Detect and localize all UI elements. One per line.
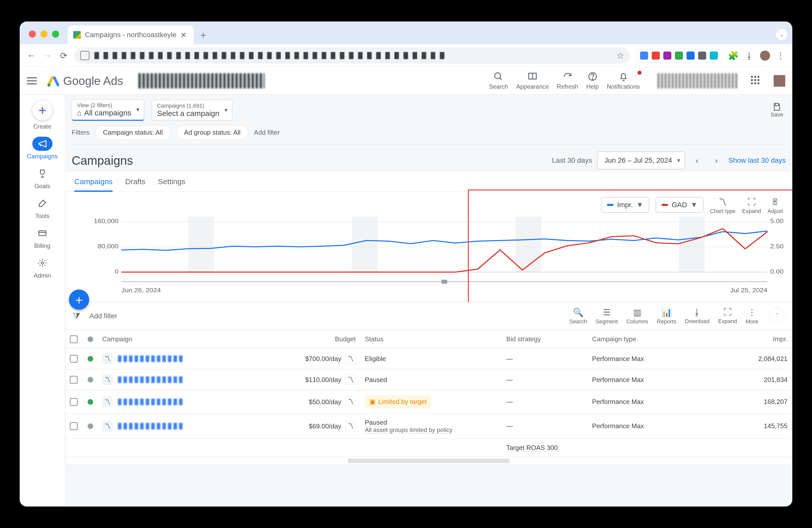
- profile-avatar[interactable]: [760, 51, 770, 61]
- chevron-down-icon: ▼: [691, 201, 698, 209]
- nav-billing[interactable]: Billing: [32, 226, 53, 249]
- forward-button[interactable]: →: [42, 50, 53, 61]
- budget-value[interactable]: $69.00/day: [309, 422, 342, 430]
- row-checkbox[interactable]: [70, 355, 77, 362]
- limited-by-target-badge[interactable]: ▣Limited by target: [365, 395, 431, 408]
- table-reports-button[interactable]: 📊Reports: [657, 307, 676, 325]
- new-campaign-fab[interactable]: ＋: [69, 289, 89, 310]
- search-button[interactable]: Search: [489, 71, 508, 90]
- table-row[interactable]: 〽 $50.00/day 〽 ▣Limited by target — Perf…: [66, 390, 792, 414]
- date-range-picker[interactable]: Jun 26 – Jul 25, 2024 ▼: [597, 152, 685, 169]
- chart-expand-button[interactable]: ⛶Expand: [742, 197, 761, 214]
- account-avatar[interactable]: [774, 75, 785, 87]
- chart-type-button[interactable]: 〽Chart type: [710, 197, 736, 214]
- budget-simulator-icon[interactable]: 〽: [346, 375, 356, 385]
- save-view-button[interactable]: Save: [771, 102, 783, 118]
- extension-icon[interactable]: [710, 52, 718, 60]
- table-more-button[interactable]: ⋮More: [745, 307, 758, 325]
- extension-icon[interactable]: [640, 52, 648, 60]
- campaign-name-redacted[interactable]: [118, 376, 184, 383]
- new-tab-button[interactable]: ＋: [194, 26, 213, 44]
- google-ads-logo[interactable]: Google Ads: [47, 74, 123, 88]
- date-next-button[interactable]: ›: [709, 153, 723, 168]
- close-window-button[interactable]: [29, 31, 36, 38]
- filter-icon[interactable]: ⧩: [73, 311, 80, 321]
- metric-selector-gad[interactable]: GAD ▼: [656, 197, 703, 213]
- diagnostics-icon[interactable]: 〽: [102, 354, 113, 364]
- account-name-redacted: [139, 73, 265, 88]
- browser-tab[interactable]: Campaigns - northcoastkeyle ✕: [68, 26, 194, 44]
- select-all-checkbox[interactable]: [70, 336, 77, 343]
- view-selector[interactable]: View (2 filters) ⌂All campaigns ▼: [72, 99, 144, 121]
- notifications-button[interactable]: Notifications: [607, 71, 640, 90]
- minimize-window-button[interactable]: [40, 31, 47, 38]
- budget-value[interactable]: $700.00/day: [305, 355, 342, 362]
- reload-button[interactable]: ⟳: [58, 50, 69, 61]
- budget-value[interactable]: $50.00/day: [309, 398, 342, 405]
- address-bar[interactable]: ☆: [74, 47, 630, 64]
- tab-drafts[interactable]: Drafts: [125, 177, 145, 192]
- extensions-puzzle-icon[interactable]: 🧩: [728, 50, 739, 61]
- browser-menu-icon[interactable]: ⋮: [775, 50, 786, 61]
- row-checkbox[interactable]: [70, 423, 77, 430]
- hamburger-menu-icon[interactable]: [27, 74, 39, 87]
- table-row[interactable]: Target ROAS 300: [66, 439, 792, 457]
- horizontal-scrollbar[interactable]: [348, 458, 509, 463]
- collapse-chart-button[interactable]: ⌃: [769, 307, 784, 322]
- row-checkbox[interactable]: [70, 376, 77, 384]
- appearance-button[interactable]: Appearance: [516, 71, 549, 90]
- table-row[interactable]: 〽 $110.00/day 〽 Paused — Performance Max…: [66, 369, 792, 390]
- extension-icon[interactable]: [675, 52, 683, 60]
- nav-campaigns[interactable]: Campaigns: [27, 137, 58, 160]
- extension-icon[interactable]: [663, 52, 671, 60]
- budget-value[interactable]: $110.00/day: [305, 376, 342, 384]
- help-button[interactable]: Help: [586, 71, 599, 90]
- table-row[interactable]: 〽 $700.00/day 〽 Eligible — Performance M…: [66, 348, 792, 369]
- metric-selector-impressions[interactable]: Impr. ▼: [601, 197, 649, 213]
- table-download-button[interactable]: ⭳Download: [685, 307, 710, 325]
- diagnostics-icon[interactable]: 〽: [102, 374, 113, 385]
- budget-simulator-icon[interactable]: 〽: [346, 421, 356, 431]
- filter-chip-adgroup-status[interactable]: Ad group status: All: [176, 125, 248, 140]
- filter-chip-campaign-status[interactable]: Campaign status: All: [95, 125, 171, 140]
- site-info-icon[interactable]: [80, 51, 89, 60]
- date-prev-button[interactable]: ‹: [690, 153, 704, 168]
- budget-simulator-icon[interactable]: 〽: [346, 397, 356, 407]
- campaign-name-redacted[interactable]: [118, 355, 184, 362]
- extension-icon[interactable]: [698, 52, 706, 60]
- chart-adjust-button[interactable]: 🎚Adjust: [768, 197, 783, 214]
- close-tab-icon[interactable]: ✕: [180, 31, 186, 39]
- star-icon[interactable]: ☆: [617, 51, 624, 61]
- diagnostics-icon[interactable]: 〽: [102, 397, 113, 407]
- extension-icon[interactable]: [652, 52, 660, 60]
- table-row[interactable]: 〽 $69.00/day 〽 PausedAll asset groups li…: [66, 414, 792, 439]
- diagnostics-icon[interactable]: 〽: [102, 421, 113, 431]
- back-button[interactable]: ←: [26, 50, 37, 61]
- add-filter-link[interactable]: Add filter: [254, 129, 280, 137]
- downloads-icon[interactable]: ⭳: [744, 50, 755, 61]
- campaign-selector[interactable]: Campaigns (1,691) Select a campaign ▼: [152, 100, 232, 120]
- svg-text:160,000: 160,000: [94, 217, 119, 224]
- table-expand-button[interactable]: ⛶Expand: [718, 307, 737, 325]
- table-columns-button[interactable]: ▥Columns: [626, 307, 648, 325]
- campaign-name-redacted[interactable]: [118, 399, 184, 405]
- maximize-window-button[interactable]: [52, 31, 59, 38]
- extension-icon[interactable]: [686, 52, 695, 60]
- table-segment-button[interactable]: ☰Segment: [595, 307, 618, 325]
- show-last-30-link[interactable]: Show last 30 days: [728, 156, 786, 165]
- campaign-name-redacted[interactable]: [118, 423, 184, 429]
- nav-goals[interactable]: Goals: [32, 167, 53, 190]
- chart-svg[interactable]: 160,000 80,000 0 5.00 2.50 0.00: [73, 216, 784, 295]
- add-table-filter[interactable]: Add filter: [89, 312, 117, 320]
- app-switcher-icon[interactable]: [751, 76, 761, 86]
- create-button[interactable]: [32, 100, 53, 120]
- tab-settings[interactable]: Settings: [158, 177, 185, 192]
- refresh-button[interactable]: Refresh: [557, 71, 578, 90]
- table-search-button[interactable]: 🔍Search: [569, 307, 587, 325]
- nav-tools[interactable]: Tools: [32, 196, 53, 219]
- row-checkbox[interactable]: [70, 398, 77, 406]
- tab-overflow-button[interactable]: ⌄: [776, 29, 787, 40]
- budget-simulator-icon[interactable]: 〽: [346, 354, 356, 364]
- nav-admin[interactable]: Admin: [32, 256, 53, 279]
- tab-campaigns[interactable]: Campaigns: [74, 177, 113, 192]
